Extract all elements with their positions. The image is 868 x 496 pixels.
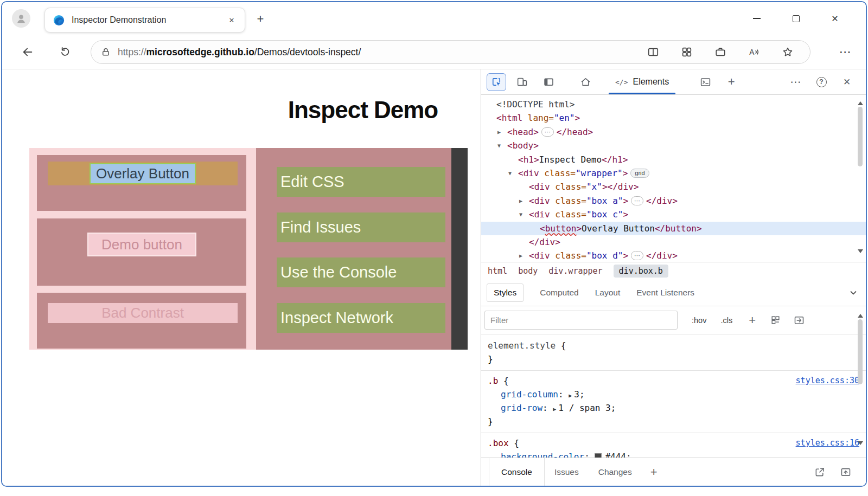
inspect-tool-button[interactable] [487, 73, 506, 91]
browser-menu-button[interactable]: ⋯ [834, 43, 856, 61]
demo-button[interactable]: Demo button [87, 233, 196, 256]
color-swatch[interactable] [595, 453, 602, 458]
rule-selector[interactable]: .b [488, 376, 498, 386]
css-property-line[interactable]: grid-row: ▶1 / span 3; [488, 401, 859, 415]
maximize-button[interactable] [787, 9, 805, 28]
tree-arrow-icon[interactable]: ▶ [518, 194, 529, 208]
device-toolbar-button[interactable] [514, 74, 530, 90]
split-screen-button[interactable] [644, 43, 662, 61]
grid-badge[interactable]: grid [630, 169, 649, 178]
scroll-up-icon[interactable] [858, 101, 863, 105]
css-property-value[interactable]: 3 [574, 389, 579, 400]
value-arrow-icon[interactable]: ▶ [553, 406, 556, 412]
page-nav-button[interactable]: Inspect Network [277, 303, 445, 333]
toggle-hover-button[interactable]: :hov [692, 316, 706, 325]
page-nav-button[interactable]: Use the Console [277, 257, 445, 287]
overlay-button[interactable]: Overlay Button [48, 162, 238, 185]
lock-icon[interactable] [101, 47, 111, 57]
css-property-name[interactable]: grid-row [501, 403, 542, 413]
add-drawer-tab-button[interactable]: + [650, 465, 658, 479]
devtools-help-button[interactable]: ? [813, 74, 829, 90]
tree-arrow-icon[interactable]: ▼ [518, 208, 529, 221]
tab-event-listeners[interactable]: Event Listeners [636, 288, 694, 298]
tree-arrow-icon[interactable]: ▼ [507, 166, 518, 180]
dom-node[interactable]: <html lang="en"> [481, 111, 866, 125]
styles-filter-input[interactable] [484, 311, 678, 330]
console-drawer-button[interactable] [697, 74, 713, 90]
bad-contrast-button[interactable]: Bad Contrast [48, 303, 238, 323]
styles-scrollbar[interactable] [856, 312, 864, 447]
dom-node[interactable]: ▶<div class="box a">⋯</div> [481, 194, 866, 208]
scroll-up-icon[interactable] [858, 314, 863, 318]
css-property-name[interactable]: background-color [501, 452, 584, 458]
devtools-close-button[interactable]: ✕ [839, 74, 855, 90]
scroll-down-icon[interactable] [858, 249, 863, 253]
page-nav-button[interactable]: Find Issues [277, 212, 445, 242]
read-aloud-button[interactable]: A [745, 43, 763, 61]
tab-styles[interactable]: Styles [487, 284, 524, 302]
rule-selector[interactable]: .box [488, 438, 509, 448]
devtools-more-button[interactable]: ⋯ [788, 74, 804, 90]
tab-layout[interactable]: Layout [595, 288, 621, 298]
tree-arrow-icon[interactable]: ▶ [496, 125, 507, 139]
dom-node[interactable]: <button>Overlay Button</button> [481, 222, 866, 235]
more-badge[interactable]: ⋯ [631, 251, 643, 260]
dom-node[interactable]: ▶<div class="box d">⋯</div> [481, 249, 866, 262]
dom-node[interactable]: ▼<div class="wrapper">grid [481, 166, 866, 180]
open-in-new-button[interactable] [812, 464, 828, 480]
apps-grid-button[interactable] [678, 43, 696, 61]
css-property-name[interactable]: grid-column [501, 389, 558, 400]
css-property-value[interactable]: 1 / span 3 [558, 403, 610, 413]
breadcrumb-item[interactable]: body [518, 266, 538, 276]
dom-scrollbar[interactable] [856, 99, 864, 255]
workspaces-button[interactable] [711, 43, 730, 61]
panel-tabs-chevron-button[interactable] [850, 290, 857, 295]
more-badge[interactable]: ⋯ [541, 127, 554, 137]
scrollbar-thumb[interactable] [858, 107, 863, 166]
dom-node[interactable]: <div class="x"></div> [481, 180, 866, 194]
stylesheet-link[interactable]: styles.css:16 [796, 436, 859, 450]
dock-panel-button[interactable] [540, 74, 557, 90]
address-bar[interactable]: https://microsoftedge.github.io/Demos/de… [91, 40, 810, 64]
tab-elements[interactable]: </> Elements [605, 69, 679, 94]
computed-sidebar-button[interactable] [792, 313, 807, 328]
breadcrumb-item[interactable]: html [488, 266, 507, 276]
expand-panel-button[interactable] [838, 464, 854, 480]
add-panel-button[interactable]: + [723, 74, 739, 90]
css-property-line[interactable]: grid-column: ▶3; [488, 388, 859, 401]
refresh-button[interactable] [56, 43, 74, 61]
element-states-button[interactable] [768, 313, 783, 328]
scroll-down-icon[interactable] [858, 441, 863, 445]
new-tab-button[interactable]: + [253, 11, 268, 27]
stylesheet-link[interactable]: styles.css:30 [796, 374, 859, 388]
back-button[interactable] [18, 43, 37, 61]
profile-avatar[interactable] [12, 9, 30, 28]
drawer-tab-changes[interactable]: Changes [589, 458, 642, 486]
value-arrow-icon[interactable]: ▶ [569, 392, 572, 398]
favorites-button[interactable] [778, 43, 797, 61]
tree-arrow-icon[interactable]: ▶ [518, 249, 529, 262]
dom-node[interactable]: ▼<body> [481, 139, 866, 152]
more-badge[interactable]: ⋯ [631, 196, 643, 205]
url-text[interactable]: https://microsoftedge.github.io/Demos/de… [118, 47, 361, 58]
drawer-tab-console[interactable]: Console [489, 458, 545, 486]
tree-arrow-icon[interactable]: ▼ [496, 139, 507, 152]
close-window-button[interactable]: ✕ [826, 9, 844, 28]
tab-close-icon[interactable]: ✕ [225, 14, 238, 27]
css-property-line[interactable]: background-color: #444; [488, 450, 859, 458]
minimize-button[interactable] [748, 9, 766, 28]
drawer-tab-issues[interactable]: Issues [545, 458, 589, 486]
scrollbar-thumb[interactable] [858, 319, 863, 384]
browser-tab[interactable]: Inspector Demonstration ✕ [44, 8, 245, 33]
page-nav-button[interactable]: Edit CSS [277, 167, 445, 197]
breadcrumb-item[interactable]: div.box.b [614, 265, 668, 278]
breadcrumb-item[interactable]: div.wrapper [548, 266, 602, 276]
dom-node[interactable]: <!DOCTYPE html> [481, 98, 866, 111]
home-button[interactable] [577, 74, 593, 90]
dom-node[interactable]: ▼<div class="box c"> [481, 208, 866, 221]
toggle-class-button[interactable]: .cls [720, 316, 732, 325]
dom-node[interactable]: </div> [481, 235, 866, 249]
new-style-rule-button[interactable]: + [749, 313, 756, 327]
tab-computed[interactable]: Computed [540, 288, 579, 298]
dom-node[interactable]: <h1>Inspect Demo</h1> [481, 153, 866, 166]
